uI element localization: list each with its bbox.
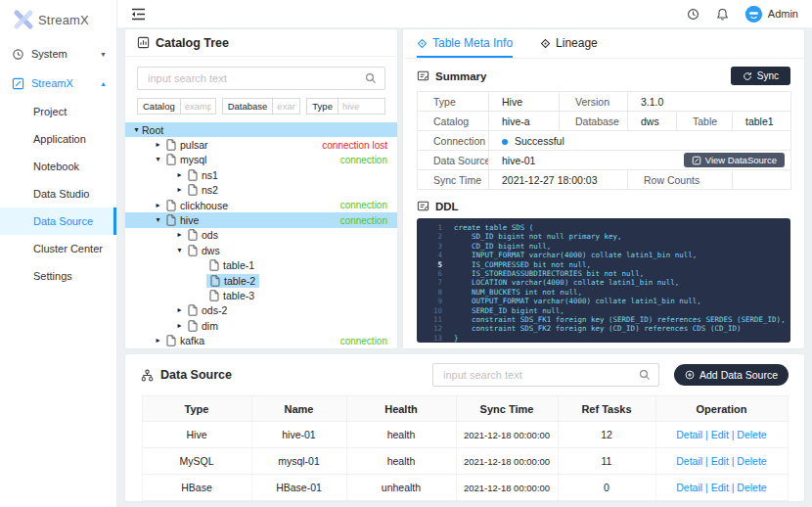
sidebar-item-application[interactable]: Application <box>0 125 116 153</box>
tree-node-dim[interactable]: ▸ dim <box>125 318 397 333</box>
catalog-search-input[interactable] <box>146 71 359 85</box>
sidebar-group-streamx[interactable]: StreamX ▲ <box>0 69 116 98</box>
code-line: CD_ID bigint null, <box>454 242 551 251</box>
tree-node-label: Root <box>142 124 163 136</box>
summary-label: Sync Time <box>418 170 489 190</box>
menu-fold-icon[interactable] <box>131 8 146 21</box>
caret-down-icon[interactable]: ▾ <box>153 216 163 224</box>
sync-button[interactable]: Sync <box>731 67 790 85</box>
clock-icon[interactable] <box>687 8 699 21</box>
column-header: Operation <box>655 396 788 422</box>
edit-link[interactable]: Edit <box>702 429 729 440</box>
cell-operations: DetailEditDelete <box>655 448 788 475</box>
cell-ref-tasks: 12 <box>558 422 655 448</box>
code-line: constraint SDS_FK1 foreign key (SERDE_ID… <box>454 315 786 324</box>
add-data-source-button[interactable]: Add Data Source <box>674 364 789 386</box>
tree-node-ods[interactable]: ▸ ods <box>125 228 397 243</box>
tree-node-hive[interactable]: ▾ hive connection <box>125 212 397 227</box>
caret-down-icon[interactable]: ▾ <box>174 247 185 254</box>
sidebar-item-label: Project <box>33 106 67 117</box>
tree-node-ns2[interactable]: ▸ ns2 <box>125 183 397 198</box>
code-line: SERDE_ID bigint null, <box>454 306 564 315</box>
file-icon <box>166 154 176 165</box>
tree-node-root[interactable]: ▾ Root <box>125 122 397 137</box>
tree-node-label: dws <box>202 245 220 256</box>
filter-catalog-input[interactable] <box>180 98 216 115</box>
chevron-up-icon: ▲ <box>100 80 107 87</box>
filter-database-input[interactable] <box>272 98 300 115</box>
delete-link[interactable]: Delete <box>729 482 767 493</box>
file-icon <box>188 169 198 181</box>
data-source-table: Type Name Health Sync Time Ref Tasks Ope… <box>142 395 789 501</box>
tree-node-ns1[interactable]: ▸ ns1 <box>125 167 397 182</box>
tree-node-clickhouse[interactable]: ▸ clickhouse connection <box>125 198 397 212</box>
delete-link[interactable]: Delete <box>729 455 767 467</box>
search-icon[interactable] <box>639 369 651 381</box>
streamx-logo-icon <box>12 8 35 31</box>
tree-node-kafka[interactable]: ▸ kafka connection <box>125 333 397 347</box>
summary-value: hive-a <box>489 112 560 131</box>
caret-right-icon[interactable]: ▸ <box>174 186 185 194</box>
tree-node-pulsar[interactable]: ▸ pulsar connection lost <box>125 137 397 152</box>
tree-node-table-1[interactable]: ▸ table-1 <box>125 258 397 273</box>
sidebar-item-cluster-center[interactable]: Cluster Center <box>0 235 116 262</box>
caret-right-icon[interactable]: ▸ <box>174 306 185 314</box>
tree-node-mysql[interactable]: ▾ mysql connection <box>125 153 397 167</box>
sidebar-item-project[interactable]: Project <box>0 98 116 125</box>
column-header: Name <box>251 396 346 422</box>
ddl-code-block[interactable]: create table SDS ( SD_ID bigint not null… <box>417 218 790 343</box>
sync-icon <box>743 71 752 81</box>
data-source-search-input[interactable] <box>441 368 633 382</box>
tree-node-label: dim <box>202 320 218 332</box>
tree-node-dws[interactable]: ▾ dws <box>125 243 397 257</box>
sidebar-group-system[interactable]: System ▼ <box>0 39 116 69</box>
summary-label: Database <box>560 112 628 131</box>
sidebar-item-data-source[interactable]: Data Source <box>0 207 116 235</box>
user-menu[interactable]: Admin <box>745 6 798 23</box>
detail-link[interactable]: Detail <box>676 455 702 467</box>
tree-node-label: table-1 <box>223 259 254 271</box>
sidebar-group-label: System <box>31 48 68 60</box>
caret-right-icon[interactable]: ▸ <box>153 337 163 345</box>
caret-down-icon[interactable]: ▾ <box>131 126 142 134</box>
caret-right-icon[interactable]: ▸ <box>174 322 185 330</box>
caret-right-icon[interactable]: ▸ <box>153 141 163 149</box>
delete-link[interactable]: Delete <box>729 429 767 440</box>
tab-table-meta-info[interactable]: Table Meta Info <box>417 36 513 58</box>
add-data-source-label: Add Data Source <box>699 369 778 381</box>
sidebar-item-settings[interactable]: Settings <box>0 262 116 290</box>
cell-name: hive-01 <box>251 422 346 448</box>
tree-node-table-3[interactable]: ▸ table-3 <box>125 288 397 302</box>
edit-link[interactable]: Edit <box>702 482 729 493</box>
file-icon <box>188 320 198 332</box>
detail-link[interactable]: Detail <box>676 482 702 493</box>
cell-type: Hive <box>142 422 251 448</box>
tab-lineage[interactable]: Lineage <box>540 36 598 58</box>
caret-right-icon[interactable]: ▸ <box>153 202 163 209</box>
sidebar-item-notebook[interactable]: Notebook <box>0 153 116 180</box>
cell-sync-time: 2021-12-18 00:00:00 <box>456 448 558 475</box>
edit-link[interactable]: Edit <box>702 455 729 467</box>
filter-database: Database <box>222 98 301 115</box>
search-icon[interactable] <box>365 72 377 84</box>
file-icon <box>166 335 176 346</box>
connection-status: connection <box>340 215 387 226</box>
view-datasource-button[interactable]: View DataSource <box>684 153 785 167</box>
table-header-row: Type Name Health Sync Time Ref Tasks Ope… <box>142 396 788 422</box>
caret-right-icon[interactable]: ▸ <box>174 171 185 179</box>
catalog-tree-title: Catalog Tree <box>156 36 229 50</box>
view-icon <box>692 156 701 165</box>
caret-down-icon[interactable]: ▾ <box>153 156 163 163</box>
sidebar-item-data-studio[interactable]: Data Studio <box>0 180 116 207</box>
status-dot <box>502 139 508 145</box>
tree-node-table-2[interactable]: ▸ table-2 <box>125 273 397 288</box>
detail-link[interactable]: Detail <box>676 429 702 440</box>
diamond-icon <box>417 38 428 49</box>
bell-icon[interactable] <box>716 8 729 21</box>
summary-value: dws <box>628 112 677 131</box>
caret-right-icon[interactable]: ▸ <box>174 231 185 239</box>
catalog-filters: Catalog Database Type <box>137 98 385 115</box>
filter-type-input[interactable] <box>338 98 385 115</box>
tree-node-ods-2[interactable]: ▸ ods-2 <box>125 303 397 318</box>
filter-catalog-label: Catalog <box>137 98 181 115</box>
